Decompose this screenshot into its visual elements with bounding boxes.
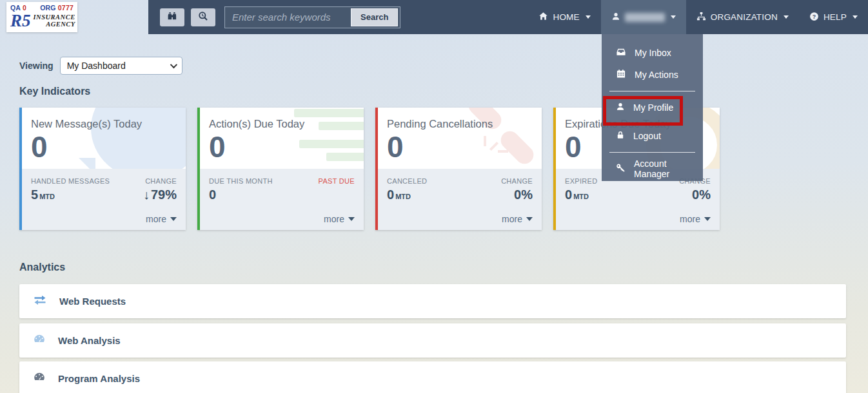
stat-value: 0% xyxy=(679,187,711,202)
logo-agency-name: INSURANCE AGENCY xyxy=(34,14,75,28)
caret-down-icon xyxy=(526,217,533,221)
nav-item-help[interactable]: ? HELP xyxy=(799,0,868,34)
more-link[interactable]: more xyxy=(324,214,355,224)
card-title: New Message(s) Today xyxy=(31,118,177,130)
inbox-icon xyxy=(616,47,626,59)
menu-item-label: My Actions xyxy=(635,70,678,80)
card-big-value: 0 xyxy=(31,132,177,162)
stat-label: CHANGE xyxy=(501,177,533,185)
panel-web-analysis[interactable]: Web Analysis xyxy=(19,323,846,358)
search-group: Search xyxy=(160,6,400,28)
search-input[interactable] xyxy=(227,9,351,26)
menu-item-account-manager[interactable]: Account Manager xyxy=(602,158,703,180)
nav-item-organization[interactable]: ORGANIZATION xyxy=(686,0,799,34)
search-button[interactable]: Search xyxy=(351,8,398,26)
gauge-icon xyxy=(32,371,46,387)
key-indicators-heading: Key Indicators xyxy=(19,86,90,97)
exchange-arrows-icon xyxy=(32,294,48,309)
stat-label: CHANGE xyxy=(143,177,177,185)
menu-item-label: Account Manager xyxy=(634,158,703,179)
menu-item-my-inbox[interactable]: My Inbox xyxy=(602,42,703,64)
stat-label: CANCELED xyxy=(387,177,427,185)
more-link[interactable]: more xyxy=(680,214,711,224)
menu-divider xyxy=(609,91,695,91)
stat-label: HANDLED MESSAGES xyxy=(31,177,110,185)
dashboard-select-value: My Dashboard xyxy=(67,61,126,71)
menu-item-label: My Profile xyxy=(633,102,673,113)
top-navbar: Search HOME ORGANIZATION ? HELP xyxy=(148,0,868,34)
stat-label: DUE THIS MONTH xyxy=(209,177,273,185)
menu-item-my-actions[interactable]: My Actions xyxy=(602,64,703,86)
search-history-icon xyxy=(198,11,208,23)
gauge-icon xyxy=(32,333,46,349)
nav-item-label: HOME xyxy=(553,12,579,22)
menu-item-my-profile[interactable]: My Profile xyxy=(602,97,703,119)
caret-down-icon xyxy=(671,15,676,19)
menu-item-label: My Inbox xyxy=(635,48,671,58)
nav-item-label: ORGANIZATION xyxy=(711,12,778,22)
stat-value: 0 xyxy=(209,187,273,202)
home-icon xyxy=(538,12,548,23)
caret-down-icon xyxy=(170,217,177,221)
nav-item-label: HELP xyxy=(824,12,847,22)
org-chart-icon xyxy=(696,12,706,23)
more-link[interactable]: more xyxy=(502,214,533,224)
svg-text:?: ? xyxy=(813,13,816,19)
search-box: Search xyxy=(224,6,400,28)
profile-icon xyxy=(616,102,625,113)
stat-value: 0% xyxy=(501,187,533,202)
more-link[interactable]: more xyxy=(146,214,177,224)
nav-item-user-menu[interactable] xyxy=(601,0,686,34)
nav-item-home[interactable]: HOME xyxy=(528,0,600,34)
card-big-value: 0 xyxy=(387,132,533,162)
caret-down-icon xyxy=(704,217,711,221)
past-due-label: PAST DUE xyxy=(319,177,355,185)
viewing-row: Viewing My Dashboard xyxy=(19,57,182,75)
caret-down-icon xyxy=(853,15,858,19)
stat-value: 0MTD xyxy=(387,187,427,202)
user-icon xyxy=(611,12,620,23)
search-history-button[interactable] xyxy=(191,8,215,26)
card-pending-cancellations: Pending Cancellations 0 CANCELED 0MTD CH… xyxy=(375,108,542,230)
chevron-down-icon xyxy=(170,61,177,68)
caret-down-icon xyxy=(348,217,355,221)
arrow-down-icon: ↓ xyxy=(143,187,150,202)
user-name-blurred xyxy=(625,13,665,22)
help-icon: ? xyxy=(809,12,819,23)
stat-label: EXPIRED xyxy=(565,177,597,185)
card-actions-due: Action(s) Due Today 0 DUE THIS MONTH 0 P… xyxy=(197,108,364,230)
caret-down-icon xyxy=(586,15,591,19)
caret-down-icon xyxy=(784,15,789,19)
nav-items: HOME ORGANIZATION ? HELP xyxy=(528,0,868,34)
logo-org: ORG 0777 xyxy=(40,4,74,12)
list-lines-icon xyxy=(294,109,364,117)
card-title: Pending Cancellations xyxy=(387,118,533,130)
menu-item-label: Logout xyxy=(633,131,661,141)
panel-label: Web Requests xyxy=(59,296,126,307)
card-new-messages: New Message(s) Today 0 HANDLED MESSAGES … xyxy=(19,108,186,230)
card-big-value: 0 xyxy=(209,132,355,162)
analytics-heading: Analytics xyxy=(19,262,65,273)
lock-icon xyxy=(616,130,625,142)
logo-brand: R5 xyxy=(10,12,31,30)
panel-label: Web Analysis xyxy=(58,335,121,346)
stat-value: ↓79% xyxy=(143,187,177,202)
menu-item-logout[interactable]: Logout xyxy=(602,125,703,147)
agency-logo: QA 0 ORG 0777 R5 INSURANCE AGENCY xyxy=(6,2,77,32)
stat-value: 5MTD xyxy=(31,187,110,202)
key-icon xyxy=(616,163,626,175)
calendar-icon xyxy=(616,69,626,81)
binoculars-icon xyxy=(167,11,177,23)
binoculars-search-button[interactable] xyxy=(160,8,184,26)
viewing-label: Viewing xyxy=(19,61,54,71)
panel-label: Program Analysis xyxy=(58,373,140,384)
stat-value: 0MTD xyxy=(565,187,597,202)
panel-program-analysis[interactable]: Program Analysis xyxy=(19,361,846,393)
user-dropdown-menu: My Inbox My Actions My Profile Logout Ac… xyxy=(602,34,703,181)
card-title: Action(s) Due Today xyxy=(209,118,355,130)
menu-divider xyxy=(609,152,695,153)
panel-web-requests[interactable]: Web Requests xyxy=(19,284,846,318)
dashboard-select[interactable]: My Dashboard xyxy=(60,57,182,75)
